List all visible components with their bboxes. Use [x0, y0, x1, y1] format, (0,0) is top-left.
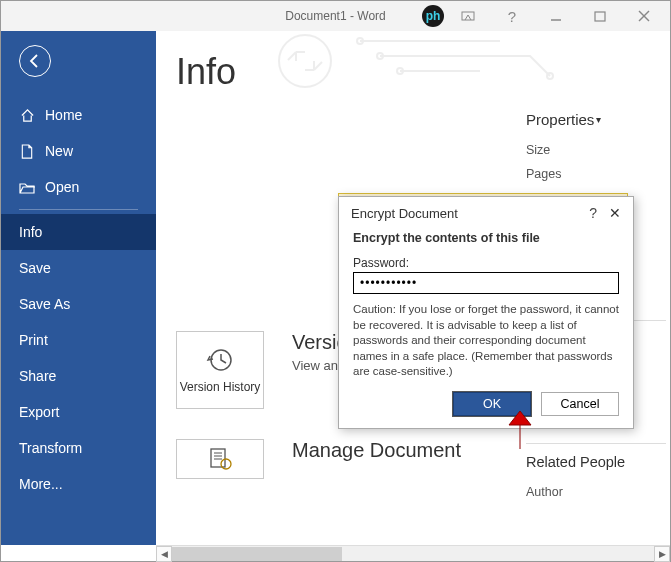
backstage-sidebar: Home New Open Info Save Save As Print Sh… — [1, 31, 156, 545]
horizontal-scrollbar[interactable]: ◀ ▶ — [156, 545, 670, 561]
maximize-icon[interactable] — [580, 2, 620, 30]
sidebar-item-export[interactable]: Export — [1, 394, 156, 430]
main-panel: Info Version History Version History Vie… — [156, 31, 670, 545]
prop-pages[interactable]: Pages — [526, 162, 666, 186]
help-icon[interactable]: ? — [492, 2, 532, 30]
sidebar-item-new[interactable]: New — [1, 133, 156, 169]
sidebar-item-more[interactable]: More... — [1, 466, 156, 502]
sidebar-item-print[interactable]: Print — [1, 322, 156, 358]
sidebar-item-info[interactable]: Info — [1, 214, 156, 250]
minimize-icon[interactable] — [536, 2, 576, 30]
encrypt-document-dialog: Encrypt Document ? ✕ Encrypt the content… — [338, 196, 634, 429]
sidebar-label: Home — [45, 107, 82, 123]
dialog-body: Encrypt the contents of this file Passwo… — [339, 227, 633, 392]
home-icon — [19, 107, 35, 123]
manage-document-section: Manage Document — [176, 439, 526, 479]
sidebar-item-save[interactable]: Save — [1, 250, 156, 286]
manage-document-button[interactable] — [176, 439, 264, 479]
sidebar-label: Save — [19, 260, 51, 276]
titlebar: Document1 - Word ph ? — [1, 1, 670, 31]
sidebar-label: More... — [19, 476, 63, 492]
scroll-track[interactable] — [172, 546, 654, 562]
version-history-button[interactable]: Version History — [176, 331, 264, 409]
titlebar-controls: ph ? — [422, 2, 664, 30]
sidebar-label: Share — [19, 368, 56, 384]
app-window: Document1 - Word ph ? Home New — [0, 0, 671, 562]
manage-document-text: Manage Document — [292, 439, 461, 466]
manage-doc-icon — [207, 447, 233, 471]
sidebar-label: Print — [19, 332, 48, 348]
sidebar-label: New — [45, 143, 73, 159]
history-icon — [206, 346, 234, 374]
scroll-thumb[interactable] — [172, 547, 342, 561]
related-people-heading: Related People — [526, 454, 666, 470]
dialog-caution: Caution: If you lose or forget the passw… — [353, 302, 619, 380]
sidebar-label: Transform — [19, 440, 82, 456]
svg-rect-2 — [595, 12, 605, 21]
sidebar-item-share[interactable]: Share — [1, 358, 156, 394]
cancel-button[interactable]: Cancel — [541, 392, 619, 416]
sidebar-item-transform[interactable]: Transform — [1, 430, 156, 466]
sidebar-item-home[interactable]: Home — [1, 97, 156, 133]
properties-heading[interactable]: Properties ▾ — [526, 111, 666, 128]
dialog-title: Encrypt Document — [351, 206, 458, 221]
svg-point-12 — [221, 459, 231, 469]
window-title: Document1 - Word — [285, 9, 385, 23]
password-label: Password: — [353, 256, 409, 270]
sidebar-label: Info — [19, 224, 42, 240]
sidebar-label: Open — [45, 179, 79, 195]
page-title: Info — [156, 31, 670, 111]
dialog-close-icon[interactable]: ✕ — [607, 205, 623, 221]
sidebar-item-open[interactable]: Open — [1, 169, 156, 205]
dialog-titlebar: Encrypt Document ? ✕ — [339, 197, 633, 227]
scroll-right-icon[interactable]: ▶ — [654, 546, 670, 562]
prop-author[interactable]: Author — [526, 480, 666, 504]
new-icon — [19, 143, 35, 159]
scroll-left-icon[interactable]: ◀ — [156, 546, 172, 562]
prop-size[interactable]: Size — [526, 138, 666, 162]
chevron-down-icon: ▾ — [596, 114, 601, 125]
close-icon[interactable] — [624, 2, 664, 30]
svg-rect-11 — [211, 449, 225, 467]
sidebar-item-saveas[interactable]: Save As — [1, 286, 156, 322]
sidebar-label: Export — [19, 404, 59, 420]
ribbon-display-icon[interactable] — [448, 2, 488, 30]
dialog-subtitle: Encrypt the contents of this file — [353, 231, 619, 245]
open-icon — [19, 179, 35, 195]
password-input[interactable] — [353, 272, 619, 294]
body: Home New Open Info Save Save As Print Sh… — [1, 31, 670, 545]
back-button[interactable] — [19, 45, 51, 77]
ok-button[interactable]: OK — [453, 392, 531, 416]
dialog-buttons: OK Cancel — [339, 392, 633, 428]
app-logo-icon: ph — [422, 5, 444, 27]
svg-rect-0 — [462, 12, 474, 20]
dialog-help-icon[interactable]: ? — [579, 205, 607, 221]
sidebar-divider — [19, 209, 138, 210]
sidebar-label: Save As — [19, 296, 70, 312]
divider — [526, 443, 666, 444]
